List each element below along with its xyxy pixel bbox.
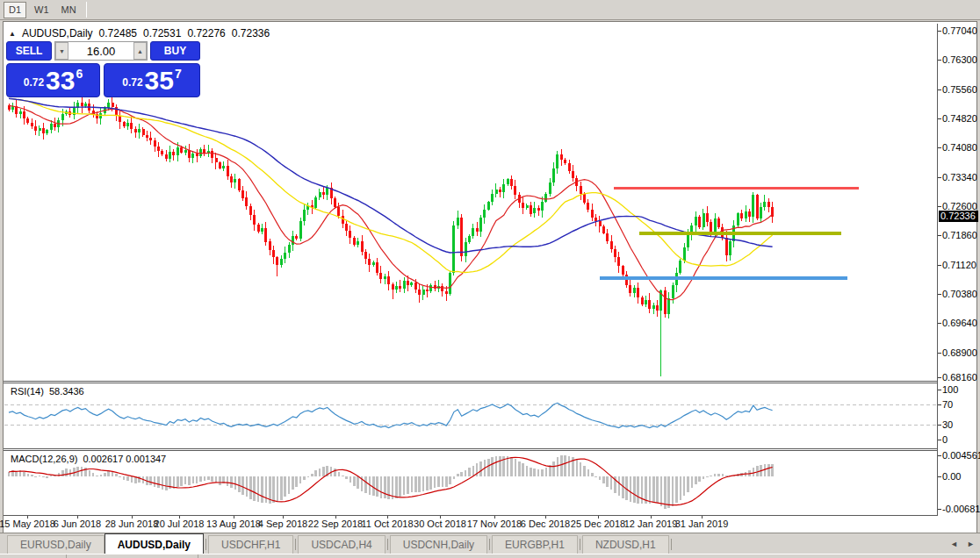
sell-button[interactable]: SELL (6, 41, 52, 61)
sell-price-prefix: 0.72 (24, 76, 44, 89)
x-axis-tick (179, 516, 180, 519)
price-axis-label: 0.75560 (942, 84, 977, 95)
x-axis-tick (77, 516, 78, 519)
current-price-badge: 0.72336 (939, 211, 978, 222)
tab-separator (295, 539, 296, 550)
x-axis-tick (440, 516, 441, 519)
axis-tick (938, 455, 941, 456)
tab-eurusd-daily[interactable]: EURUSD,Daily (7, 535, 104, 554)
tab-usdchf-h1[interactable]: USDCHF,H1 (208, 535, 293, 554)
timeframe-button-w1[interactable]: W1 (30, 2, 54, 18)
axis-tick (938, 265, 941, 266)
price-axis-label: 0.73340 (942, 172, 977, 182)
time-axis: 15 May 20186 Jun 201828 Jun 201820 Jul 2… (4, 516, 976, 533)
panel-splitter[interactable] (4, 381, 976, 382)
x-axis-tick (702, 516, 703, 519)
x-axis-date-label: 11 Oct 2018 (361, 519, 413, 529)
axis-tick (938, 353, 941, 354)
x-axis-tick (545, 516, 546, 519)
ohlc-close-value: 0.72336 (232, 27, 270, 39)
x-axis-date-label: 12 Jan 2019 (624, 519, 678, 529)
volume-decrease-icon[interactable]: ▼ (55, 42, 68, 60)
buy-price-big: 35 (145, 68, 174, 94)
collapse-chart-icon[interactable]: ▲ (9, 30, 16, 38)
buy-button[interactable]: BUY (150, 41, 200, 61)
timeframe-button-mn[interactable]: MN (57, 2, 81, 18)
sell-price-pip: 6 (76, 67, 83, 81)
tab-usdcad-h4[interactable]: USDCAD,H4 (298, 535, 385, 554)
price-axis-label: 0.76300 (942, 54, 977, 65)
chart-header: ▲ AUDUSD,Daily 0.72485 0.72531 0.72276 0… (9, 27, 270, 39)
rsi-axis-label: 30 (942, 419, 953, 430)
axis-tick (938, 31, 941, 32)
status-strip (0, 554, 980, 558)
x-axis-tick (132, 516, 133, 519)
tab-scroll-right-icon[interactable]: ► (967, 540, 975, 548)
buy-price-prefix: 0.72 (122, 76, 142, 89)
axis-tick (938, 177, 941, 178)
status-separator (66, 554, 67, 558)
x-axis-tick (283, 516, 284, 519)
axis-tick (938, 89, 941, 90)
x-axis-tick (234, 516, 234, 519)
tab-separator (205, 539, 206, 550)
rsi-indicator-panel[interactable] (4, 383, 937, 448)
timeframe-toolbar: D1 W1 MN (0, 0, 980, 20)
tab-separator (489, 539, 490, 550)
x-axis-date-label: 20 Jul 2018 (155, 519, 205, 529)
x-axis-date-label: 4 Sep 2018 (258, 519, 307, 529)
x-axis-tick (387, 516, 388, 519)
x-axis-tick (651, 516, 652, 519)
chart-symbol-label: AUDUSD,Daily (22, 27, 93, 39)
tab-usdcnh-daily[interactable]: USDCNH,Daily (390, 535, 487, 554)
rsi-axis-label: 70 (942, 399, 953, 410)
axis-tick (938, 147, 941, 148)
volume-input[interactable] (68, 42, 133, 60)
x-axis-tick (598, 516, 599, 519)
x-axis-date-label: 28 Jun 2018 (105, 519, 159, 529)
panel-splitter[interactable] (4, 448, 976, 449)
status-separator (198, 554, 198, 558)
axis-tick (938, 60, 941, 61)
x-axis-tick (27, 516, 28, 519)
rsi-current-value: 58.3436 (49, 386, 84, 397)
tab-scroll-left-icon[interactable]: ◄ (950, 540, 958, 548)
axis-tick (938, 425, 941, 426)
axis-tick (938, 390, 941, 390)
axis-tick (938, 118, 941, 119)
rsi-axis-label: 0 (942, 434, 948, 445)
trading-platform-window: D1 W1 MN 0.770400.763000.755600.748200.7… (0, 0, 980, 558)
buy-price-box[interactable]: 0.72 35 7 (104, 63, 200, 97)
timeframe-button-d1[interactable]: D1 (4, 2, 26, 18)
ohlc-open-value: 0.72485 (99, 27, 137, 39)
sell-price-box[interactable]: 0.72 33 6 (6, 63, 100, 97)
x-axis-date-label: 30 Oct 2018 (414, 519, 466, 529)
tab-separator (580, 539, 580, 550)
price-axis: 0.770400.763000.755600.748200.740800.733… (937, 24, 976, 532)
axis-tick (938, 235, 941, 236)
x-axis-tick (335, 516, 336, 519)
volume-increase-icon[interactable]: ▲ (133, 42, 147, 60)
price-axis-label: 0.68900 (942, 347, 977, 358)
tab-nzdusd-h1[interactable]: NZDUSD,H1 (582, 535, 669, 554)
x-axis-date-label: 31 Jan 2019 (675, 519, 729, 529)
volume-stepper: ▼ ▲ (54, 41, 148, 61)
macd-label: MACD(12,26,9) (11, 454, 77, 464)
macd-label-row: MACD(12,26,9) 0.002617 0.001347 (11, 454, 166, 464)
price-axis-label: 0.68160 (942, 372, 977, 383)
tab-separator (671, 539, 672, 550)
ohlc-high-value: 0.72531 (143, 27, 181, 39)
x-axis-date-label: 6 Dec 2018 (521, 519, 570, 529)
chart-tab-bar: EURUSD,Daily AUDUSD,Daily USDCHF,H1 USDC… (0, 533, 980, 554)
axis-tick (938, 476, 941, 477)
axis-tick (938, 206, 941, 207)
tab-eurgbp-h1[interactable]: EURGBP,H1 (492, 535, 578, 554)
rsi-axis-label: 100 (942, 384, 958, 395)
sell-price-big: 33 (46, 68, 75, 94)
tab-audusd-daily[interactable]: AUDUSD,Daily (104, 533, 204, 554)
x-axis-date-label: 17 Nov 2018 (467, 519, 522, 529)
x-axis-date-label: 15 May 2018 (0, 519, 55, 529)
price-axis-label: 0.77040 (942, 25, 977, 36)
buy-price-pip: 7 (175, 67, 182, 81)
x-axis-date-label: 6 Jun 2018 (54, 519, 101, 529)
